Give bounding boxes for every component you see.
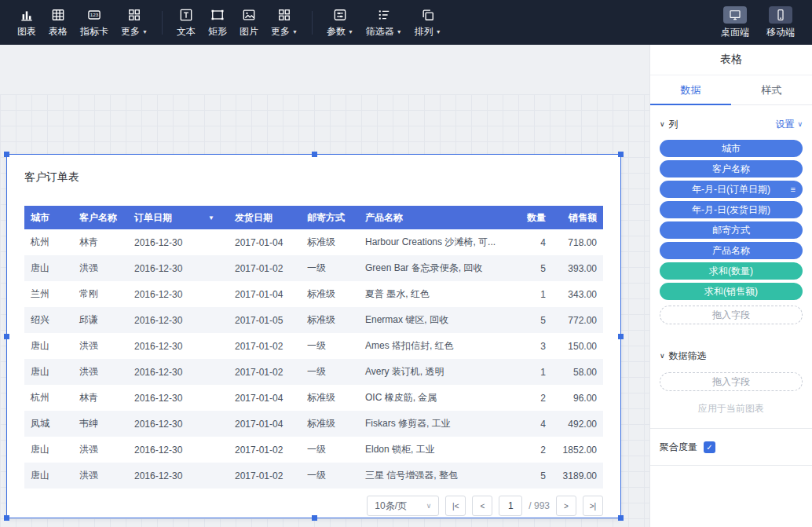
more-media-button[interactable]: 更多▼ [265, 3, 304, 42]
resize-handle[interactable] [4, 152, 9, 157]
table-row[interactable]: 杭州林青2016-12-302017-01-04标准级OIC 橡皮筋, 金属29… [24, 385, 603, 411]
table-row[interactable]: 兰州常刚2016-12-302017-01-04标准级夏普 墨水, 红色1343… [24, 281, 603, 307]
table-cell: Harbour Creations 沙滩椅, 可... [359, 229, 513, 255]
field-pill[interactable]: 客户名称 [660, 160, 803, 177]
filter-dropzone[interactable]: 拖入字段 [660, 372, 803, 391]
resize-handle[interactable] [4, 515, 9, 521]
chart-icon [19, 6, 35, 23]
parameters-button[interactable]: 参数▼ [320, 3, 360, 42]
chart-tool-button[interactable]: 图表 [11, 3, 42, 42]
column-header[interactable]: 发货日期 [229, 206, 301, 229]
column-header[interactable]: 邮寄方式 [301, 206, 359, 229]
resize-handle[interactable] [312, 152, 317, 157]
page-size-select[interactable]: 10条/页 ∨ [367, 496, 439, 516]
tool-label: 指标卡 [80, 25, 108, 38]
field-pill[interactable]: 产品名称 [660, 242, 803, 259]
aggregate-label: 聚合度量 [660, 441, 697, 454]
dashboard-canvas[interactable]: 客户订单表 城市 客户名称 [0, 45, 649, 527]
table-cell: 标准级 [301, 281, 359, 307]
resize-handle[interactable] [618, 152, 624, 157]
table-tool-button[interactable]: 表格 [42, 3, 74, 42]
prev-page-button[interactable]: < [472, 496, 492, 516]
table-cell: 2017-01-05 [229, 307, 301, 333]
chevron-down-icon: ∨ [660, 120, 665, 128]
table-widget[interactable]: 客户订单表 城市 客户名称 [6, 154, 621, 518]
table-row[interactable]: 绍兴邱谦2016-12-302017-01-05标准级Enermax 键区, 回… [24, 307, 603, 333]
field-pill[interactable]: 邮寄方式 [660, 221, 803, 239]
mobile-icon [769, 6, 792, 24]
filter-icon [376, 6, 392, 23]
table-cell: Eldon 锁柜, 工业 [359, 437, 513, 463]
table-row[interactable]: 唐山洪强2016-12-302017-01-02一级Avery 装订机, 透明1… [24, 359, 603, 385]
column-header[interactable]: 数量 [513, 206, 552, 229]
column-header[interactable]: 客户名称 [73, 206, 128, 229]
kpi-card-icon: 123 [86, 6, 102, 23]
field-pill[interactable]: 求和(数量) [660, 262, 803, 280]
table-cell: 标准级 [301, 411, 359, 437]
section-title: 数据筛选 [669, 350, 707, 363]
device-toggle-group: 桌面端 移动端 [721, 6, 801, 39]
table-cell: 1 [513, 359, 552, 385]
table-cell: 洪强 [73, 359, 128, 385]
resize-handle[interactable] [618, 515, 624, 521]
filter-button[interactable]: 筛选器▼ [360, 3, 408, 42]
table-cell: 2017-01-04 [229, 281, 301, 307]
image-tool-button[interactable]: 图片 [233, 3, 265, 42]
column-header[interactable]: 产品名称 [359, 206, 513, 229]
field-pill[interactable]: 城市 [660, 140, 803, 157]
resize-handle[interactable] [312, 515, 317, 521]
table-cell: 林青 [73, 385, 128, 411]
column-header[interactable]: 销售额 [552, 206, 603, 229]
table-cell: 2017-01-04 [229, 229, 301, 255]
columns-section-header[interactable]: ∨ 列 [660, 118, 678, 131]
table-cell: 1 [513, 281, 552, 307]
table-cell: 绍兴 [24, 307, 73, 333]
first-page-button[interactable]: |< [445, 496, 466, 516]
tool-label: 参数▼ [327, 25, 353, 38]
sort-caret-icon[interactable]: ▼ [208, 214, 214, 221]
custom-sort-icon[interactable]: ≡ [791, 185, 796, 194]
resize-handle[interactable] [4, 334, 9, 339]
mobile-mode-button[interactable]: 移动端 [766, 6, 795, 39]
resize-handle[interactable] [618, 334, 624, 339]
aggregate-checkbox[interactable]: ✓ [704, 441, 715, 453]
column-header[interactable]: 城市 [24, 206, 73, 229]
text-tool-button[interactable]: 文本 [170, 3, 202, 42]
tab-style[interactable]: 样式 [731, 75, 812, 104]
settings-link[interactable]: 设置 ∨ [775, 118, 803, 131]
last-page-button[interactable]: >| [583, 496, 603, 516]
apply-hint: 应用于当前图表 [660, 402, 803, 428]
table-row[interactable]: 杭州林青2016-12-302017-01-04标准级Harbour Creat… [24, 229, 603, 255]
pagination: 10条/页 ∨ |< < 1 / 993 > >| [24, 496, 603, 516]
table-cell: 4 [513, 411, 552, 437]
field-pill[interactable]: 年-月-日(发货日期) [660, 201, 803, 218]
tab-data[interactable]: 数据 [650, 75, 731, 104]
panel-title: 表格 [650, 45, 812, 75]
field-pill[interactable]: 年-月-日(订单日期)≡ [660, 181, 803, 198]
column-header[interactable]: 订单日期 ▼ [128, 206, 229, 229]
aggregate-row: 聚合度量 ✓ [650, 429, 812, 465]
kpi-card-tool-button[interactable]: 123 指标卡 [74, 3, 115, 42]
column-dropzone[interactable]: 拖入字段 [660, 306, 803, 324]
table-cell: 韦绅 [73, 411, 128, 437]
more-shapes-button[interactable]: 更多▼ [115, 3, 154, 42]
filter-section-header[interactable]: ∨ 数据筛选 [660, 350, 707, 363]
field-pill[interactable]: 求和(销售额) [660, 283, 803, 300]
table-cell: 2017-01-04 [229, 385, 301, 411]
next-page-button[interactable]: > [556, 496, 576, 516]
table-row[interactable]: 唐山洪强2016-12-302017-01-02一级三星 信号增强器, 整包53… [24, 463, 603, 489]
settings-link-label: 设置 [775, 118, 794, 131]
table-row[interactable]: 唐山洪强2016-12-302017-01-02一级Eldon 锁柜, 工业21… [24, 437, 603, 463]
table-row[interactable]: 唐山洪强2016-12-302017-01-02一级Ames 搭扣信封, 红色3… [24, 333, 603, 359]
desktop-mode-button[interactable]: 桌面端 [721, 6, 749, 39]
current-page-input[interactable]: 1 [499, 496, 522, 516]
table-row[interactable]: 凤城韦绅2016-12-302017-01-04标准级Fiskars 修剪器, … [24, 411, 603, 437]
rectangle-tool-button[interactable]: 矩形 [202, 3, 233, 42]
arrange-button[interactable]: 排列▼ [408, 3, 448, 42]
page-size-value: 10条/页 [375, 500, 407, 513]
table-row[interactable]: 唐山洪强2016-12-302017-01-02一级Green Bar 备忘录便… [24, 255, 603, 281]
table-cell: 2017-01-02 [229, 359, 301, 385]
table-cell: 兰州 [24, 281, 73, 307]
table-cell: 2016-12-30 [128, 463, 229, 489]
table-cell: 4 [513, 229, 552, 255]
